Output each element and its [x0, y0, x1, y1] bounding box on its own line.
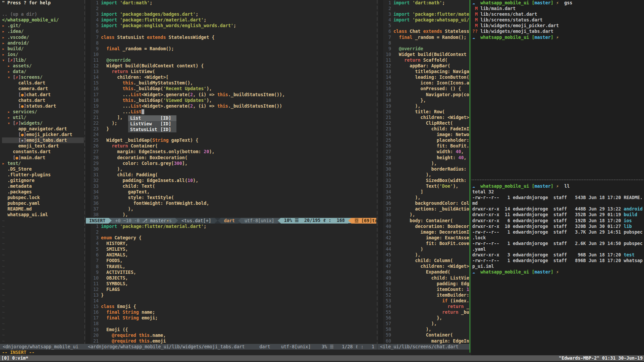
- tree-row[interactable]: emoji_text.dart: [2, 143, 84, 149]
- line-number: 18: [91, 321, 99, 326]
- empty-line-tilde: ~: [2, 321, 84, 326]
- line-number: 55: [383, 309, 391, 315]
- terminal-line: drwxr-xr-x 6 edwardnjoroge staff 192B Ju…: [471, 218, 644, 224]
- code-line: 11 @override: [86, 57, 376, 63]
- line-number: 9: [91, 46, 99, 52]
- completion-popup[interactable]: List[ID]ListView[ID]StatusList[ID]: [128, 115, 176, 132]
- line-number: 14: [91, 74, 99, 80]
- terminal-line: ☁ whatsapp_mobile_ui [master] ⚡ gss: [471, 0, 644, 6]
- tree-row[interactable]: ▾ [✗]screens/: [2, 74, 84, 80]
- window-separator[interactable]: [377, 0, 377, 344]
- editor-status-list[interactable]: 1import 'dart:math'; 2 3import 'package:…: [86, 0, 376, 218]
- tree-row[interactable]: ▸ services/: [2, 109, 84, 115]
- line-number: 4: [383, 17, 391, 23]
- tmux-window-item[interactable]: [0] 0:vim*: [1, 355, 29, 361]
- tree-row[interactable]: ▾ [✗]lib/: [2, 57, 84, 63]
- gutter-sign: [378, 309, 383, 315]
- line-number: 2: [91, 6, 99, 11]
- tree-row[interactable]: ▸ build/: [2, 46, 84, 52]
- gutter-sign: [86, 195, 91, 200]
- tree-row[interactable]: whatsapp_ui.iml: [2, 212, 84, 218]
- tree-row[interactable]: app_navigator.dart: [2, 126, 84, 132]
- tree-row[interactable]: ▸ test/: [2, 161, 84, 166]
- gutter-sign: [378, 235, 383, 241]
- gutter-sign: [86, 189, 91, 195]
- statusline-inactive-row: <dnjoroge/whatsapp_mobile_ui <ardnjoroge…: [0, 344, 470, 350]
- line-number: 14: [383, 74, 391, 80]
- tree-row[interactable]: ▸ .vscode/: [2, 35, 84, 40]
- tree-row[interactable]: ▸ android/: [2, 40, 84, 46]
- terminal-ls-output: ☁ whatsapp_mobile_ui [master] ⚡ lltotal …: [471, 183, 644, 275]
- gutter-sign: [86, 206, 91, 212]
- line-number: 39: [383, 218, 391, 224]
- line-number: 10: [383, 52, 391, 57]
- tree-row[interactable]: .flutter-plugins: [2, 172, 84, 178]
- line-number: 26: [91, 143, 99, 149]
- tree-row[interactable]: .packages: [2, 189, 84, 195]
- tree-row[interactable]: .gitignore: [2, 178, 84, 183]
- line-number: 44: [383, 246, 391, 252]
- tree-row[interactable]: .metadata: [2, 183, 84, 189]
- tree-row[interactable]: .DS_Store: [2, 166, 84, 172]
- terminal-line: drwxr-xr-x 10 edwardnjoroge staff 320B J…: [471, 224, 644, 229]
- tree-row[interactable]: camera.dart: [2, 86, 84, 92]
- tree-row[interactable]: pubspec.yaml: [2, 200, 84, 206]
- tree-row[interactable]: ▸ .idea/: [2, 28, 84, 34]
- completion-item[interactable]: StatusList[ID]: [128, 127, 176, 132]
- window-separator[interactable]: [85, 0, 85, 344]
- terminal-pane[interactable]: ☁ whatsapp_mobile_ui [master] ⚡ gss M li…: [471, 0, 644, 355]
- code-line: 11 return Scaffold(: [378, 57, 469, 63]
- tree-row[interactable]: </whatsapp_mobile_ui/: [2, 17, 84, 23]
- tree-row[interactable]: [●]main.dart: [2, 155, 84, 161]
- tree-row[interactable]: ▸ ios/: [2, 52, 84, 57]
- completion-item[interactable]: List[ID]: [128, 115, 176, 121]
- gutter-sign: +: [378, 17, 383, 23]
- editor-emoji-tabs[interactable]: 1import 'package:flutter/material.dart';…: [86, 224, 376, 344]
- tree-row[interactable]: [●]emoji_picker.dart: [2, 132, 84, 137]
- code-line: 51 itemCount: 10: [378, 287, 469, 292]
- editor-chat[interactable]: 1import 'dart:math'; 2 3import 'package:…: [378, 0, 469, 344]
- tree-row[interactable]: ▸ data/: [2, 69, 84, 74]
- completion-item[interactable]: ListView[ID]: [128, 121, 176, 127]
- gutter-sign: [86, 98, 91, 103]
- gutter-sign: [86, 40, 91, 46]
- empty-line-tilde: ~: [2, 292, 84, 298]
- gutter-sign: [86, 69, 91, 74]
- tree-row[interactable]: [2, 6, 84, 11]
- tree-row[interactable]: chats.dart: [2, 98, 84, 103]
- gutter-sign: [86, 235, 91, 241]
- tree-row[interactable]: [●]status.dart: [2, 103, 84, 109]
- cursor-position: 10% ☰ 20/195 ℓ : 168: [281, 218, 348, 224]
- code-line: 3import 'package:flutter/mater: [378, 11, 469, 17]
- line-number: 15: [91, 80, 99, 86]
- tree-row[interactable]: constants.dart: [2, 149, 84, 155]
- tree-row[interactable]: calls.dart: [2, 80, 84, 86]
- tree-row[interactable]: pubspec.lock: [2, 195, 84, 200]
- tree-row[interactable]: ▸ util/: [2, 115, 84, 120]
- tree-row[interactable]: " Press ? for help: [2, 0, 84, 6]
- tree-row[interactable]: README.md: [2, 206, 84, 212]
- line-number: 14: [91, 298, 99, 304]
- line-number: 6: [383, 28, 391, 34]
- tree-row[interactable]: .. (up a dir): [2, 11, 84, 17]
- code-line: 31 ),: [378, 172, 469, 178]
- terminal-pane-separator[interactable]: [472, 180, 643, 180]
- gutter-sign: [378, 195, 383, 200]
- line-number: 16: [383, 86, 391, 92]
- gutter-sign: [378, 63, 383, 69]
- tree-row[interactable]: [●]chat.dart: [2, 92, 84, 98]
- nerdtree-panel[interactable]: " Press ? for help.. (up a dir)</whatsap…: [0, 0, 84, 344]
- code-line: 4 HISTORY,: [86, 241, 376, 246]
- tree-row[interactable]: ▾ [✗]widgets/: [2, 120, 84, 126]
- code-line: 8: [378, 40, 469, 46]
- line-number: 1: [91, 224, 99, 229]
- tree-row[interactable]: ▸ .git/: [2, 23, 84, 28]
- gutter-sign: [378, 52, 383, 57]
- tree-row[interactable]: [★]emoji_tabs.dart: [2, 137, 84, 143]
- tmux-pane-border[interactable]: [470, 0, 470, 353]
- line-number: 8: [91, 40, 99, 46]
- tree-row[interactable]: ▸ assets/: [2, 63, 84, 69]
- code-line: 50 padding: Edge: [378, 281, 469, 287]
- line-number: 11: [91, 281, 99, 287]
- terminal-line: p_ui.iml: [471, 263, 644, 269]
